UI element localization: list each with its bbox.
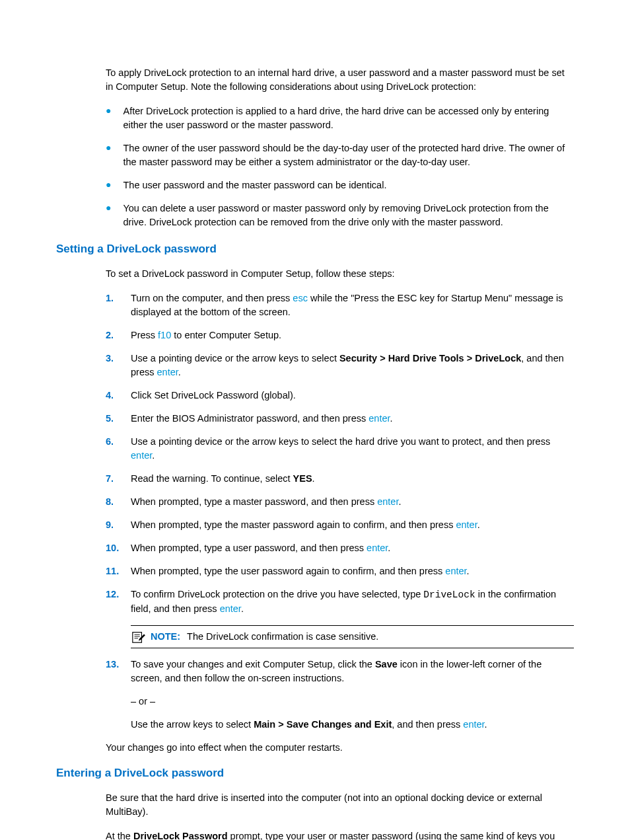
step-number: 6. [106, 435, 131, 463]
step-number: 8. [106, 495, 131, 509]
svg-rect-0 [133, 632, 142, 642]
step-text: To confirm DriveLock protection on the d… [131, 588, 574, 616]
step-number: 10. [106, 541, 131, 555]
key-enter: enter [131, 450, 152, 461]
step-7: 7. Read the warning. To continue, select… [106, 472, 574, 486]
heading-entering-password: Entering a DriveLock password [56, 765, 574, 782]
section2-p2: At the DriveLock Password prompt, type y… [106, 829, 574, 840]
bullet-text: The user password and the master passwor… [123, 178, 574, 192]
bullet-list: ● After DriveLock protection is applied … [106, 104, 574, 229]
bullet-text: You can delete a user password or master… [123, 202, 574, 229]
step-1: 1. Turn on the computer, and then press … [106, 291, 574, 319]
step-13-alt: Use the arrow keys to select Main > Save… [131, 718, 574, 732]
step-5: 5. Enter the BIOS Administrator password… [106, 412, 574, 426]
step-8: 8. When prompted, type a master password… [106, 495, 574, 509]
bullet-item: ● The user password and the master passw… [106, 178, 574, 192]
note-box: NOTE: The DriveLock confirmation is case… [131, 625, 574, 648]
step-text: Use a pointing device or the arrow keys … [131, 435, 574, 463]
step-number: 9. [106, 518, 131, 532]
step-6: 6. Use a pointing device or the arrow ke… [106, 435, 574, 463]
step-number: 7. [106, 472, 131, 486]
key-f10: f10 [158, 330, 171, 340]
step-text: Enter the BIOS Administrator password, a… [131, 412, 574, 426]
key-enter: enter [463, 719, 484, 730]
ordered-steps: 1. Turn on the computer, and then press … [106, 291, 574, 616]
key-enter: enter [377, 496, 398, 507]
note-icon [131, 630, 145, 644]
key-esc: esc [293, 293, 308, 303]
step-number: 12. [106, 588, 131, 616]
bullet-icon: ● [106, 141, 111, 169]
yes-label: YES [293, 473, 312, 484]
step-text: Click Set DriveLock Password (global). [131, 389, 574, 402]
step-number: 2. [106, 328, 131, 342]
note-label: NOTE: [151, 630, 180, 644]
step-number: 3. [106, 352, 131, 379]
bullet-icon: ● [106, 202, 111, 229]
bullet-item: ● You can delete a user password or mast… [106, 202, 574, 229]
step-number: 11. [106, 564, 131, 578]
step-9: 9. When prompted, type the master passwo… [106, 518, 574, 532]
bullet-item: ● After DriveLock protection is applied … [106, 104, 574, 132]
heading-setting-password: Setting a DriveLock password [56, 241, 574, 258]
step-number: 4. [106, 389, 131, 402]
bullet-icon: ● [106, 178, 111, 192]
step-10: 10. When prompted, type a user password,… [106, 541, 574, 555]
step-number: 13. [106, 658, 131, 685]
step-text: When prompted, type a master password, a… [131, 495, 574, 509]
step-3: 3. Use a pointing device or the arrow ke… [106, 352, 574, 379]
step-4: 4. Click Set DriveLock Password (global)… [106, 389, 574, 402]
drivelock-password-label: DriveLock Password [133, 831, 228, 840]
step-text: Read the warning. To continue, select YE… [131, 472, 574, 486]
drivelock-literal: DriveLock [423, 590, 475, 600]
step-2: 2. Press f10 to enter Computer Setup. [106, 328, 574, 342]
intro-paragraph: To apply DriveLock protection to an inte… [106, 66, 574, 94]
key-enter: enter [456, 519, 477, 530]
step-text: To save your changes and exit Computer S… [131, 658, 574, 685]
key-enter: enter [220, 603, 241, 614]
section2-p1: Be sure that the hard drive is inserted … [106, 791, 574, 819]
section1-intro: To set a DriveLock password in Computer … [106, 267, 574, 281]
step-12: 12. To confirm DriveLock protection on t… [106, 588, 574, 616]
save-label: Save [375, 659, 398, 669]
step-13: 13. To save your changes and exit Comput… [106, 658, 574, 685]
menu-path-exit: Main > Save Changes and Exit [254, 719, 392, 730]
key-enter: enter [367, 543, 388, 553]
key-enter: enter [445, 566, 466, 576]
key-enter: enter [157, 367, 178, 377]
section1-outro: Your changes go into effect when the com… [106, 741, 574, 755]
bullet-icon: ● [106, 104, 111, 132]
step-number: 1. [106, 291, 131, 319]
step-number: 5. [106, 412, 131, 426]
key-enter: enter [368, 413, 390, 424]
menu-path: Security > Hard Drive Tools > DriveLock [339, 353, 521, 363]
step-text: When prompted, type the master password … [131, 518, 574, 532]
step-text: When prompted, type a user password, and… [131, 541, 574, 555]
ordered-steps-continued: 13. To save your changes and exit Comput… [106, 658, 574, 685]
note-text: The DriveLock confirmation is case sensi… [187, 630, 378, 644]
or-separator: – or – [131, 695, 574, 708]
bullet-text: After DriveLock protection is applied to… [123, 104, 574, 132]
bullet-item: ● The owner of the user password should … [106, 141, 574, 169]
step-text: Use a pointing device or the arrow keys … [131, 352, 574, 379]
step-text: Press f10 to enter Computer Setup. [131, 328, 574, 342]
step-11: 11. When prompted, type the user passwor… [106, 564, 574, 578]
step-text: Turn on the computer, and then press esc… [131, 291, 574, 319]
bullet-text: The owner of the user password should be… [123, 141, 574, 169]
step-text: When prompted, type the user password ag… [131, 564, 574, 578]
